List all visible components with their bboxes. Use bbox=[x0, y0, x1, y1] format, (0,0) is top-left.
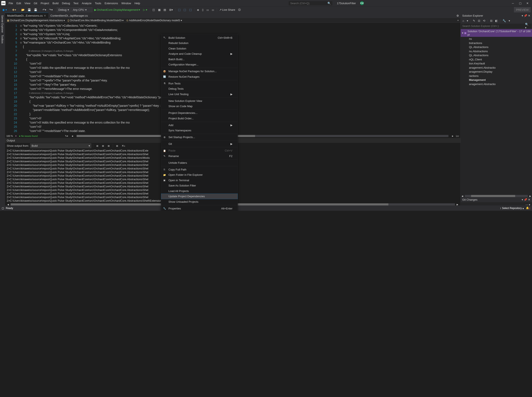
menu-analyze[interactable]: Analyze bbox=[80, 1, 93, 6]
ctx-git[interactable]: Git▶ bbox=[161, 141, 238, 147]
back-button[interactable]: ◉ ▾ bbox=[1, 8, 8, 12]
run-button[interactable]: ▶ OrchardCore.DisplayManagement ▾ bbox=[93, 8, 141, 12]
solution-tree[interactable]: ▾ ▣ Solution 'OrchardCore' ('17SolutionF… bbox=[461, 29, 532, 195]
ctx-save-as-solution-filter[interactable]: Save As Solution Filter bbox=[161, 183, 238, 188]
user-avatar[interactable]: KW bbox=[360, 1, 364, 5]
rail-server-explorer[interactable]: Server Explorer bbox=[1, 15, 4, 33]
menu-build[interactable]: Build bbox=[51, 1, 60, 6]
close-button[interactable]: ✕ bbox=[526, 1, 530, 5]
output-icon-1[interactable]: ≣ bbox=[95, 143, 99, 148]
se-icon-7[interactable]: ◧ bbox=[494, 19, 499, 23]
pen-icon[interactable]: ✎▾ bbox=[65, 135, 68, 137]
output-source-dropdown[interactable]: Build▾ bbox=[30, 143, 91, 148]
menu-help[interactable]: Help bbox=[133, 1, 142, 6]
breadcrumb-add-icon[interactable]: + bbox=[456, 19, 460, 22]
ctx-build-solution[interactable]: ⛏Build SolutionCtrl+Shift+B bbox=[161, 35, 238, 41]
menu-test[interactable]: Test bbox=[72, 1, 80, 6]
new-project-icon[interactable]: 🞣▾ bbox=[11, 8, 17, 12]
tree-item-3[interactable]: nu.Abstractions bbox=[461, 49, 532, 53]
ctx-open-folder-in-file-explorer[interactable]: 📁Open Folder in File Explorer bbox=[161, 172, 238, 178]
tb-icon-10[interactable]: ⚏ bbox=[205, 8, 210, 12]
open-icon[interactable]: 📂 bbox=[20, 8, 26, 12]
tab-0[interactable]: ModelStateDi...Extensions.cs✕ bbox=[5, 13, 49, 19]
bell-icon[interactable]: 🔔2 bbox=[526, 206, 530, 210]
ctx-set-startup-projects-[interactable]: ⚙Set Startup Projects... bbox=[161, 135, 238, 140]
tab-settings-icon[interactable]: ⚙ bbox=[455, 14, 461, 17]
tree-item-0[interactable]: ns bbox=[461, 37, 532, 41]
save-icon[interactable]: 💾 bbox=[26, 8, 32, 12]
tree-item-10[interactable]: Management bbox=[461, 78, 532, 82]
panel-close-icon[interactable]: ✕ bbox=[528, 14, 530, 17]
ctx-show-on-code-map[interactable]: Show on Code Map bbox=[161, 104, 238, 109]
undo-icon[interactable]: ↶▾ bbox=[42, 8, 47, 12]
tb-icon-1[interactable]: ◫ bbox=[151, 8, 156, 12]
platform-dropdown[interactable]: Any CPU▾ bbox=[71, 7, 92, 12]
ctx-copy-full-path[interactable]: ⎘Copy Full Path bbox=[161, 167, 238, 172]
ctx-batch-build-[interactable]: Batch Build... bbox=[161, 57, 238, 62]
git-close-icon[interactable]: ✕ bbox=[528, 198, 530, 201]
config-dropdown[interactable]: Debug▾ bbox=[57, 7, 71, 12]
tab-1[interactable]: ContentItemDi...layManager.cs bbox=[49, 13, 90, 19]
ctx-load-all-projects[interactable]: Load All Projects bbox=[161, 188, 238, 194]
panel-dropdown-icon[interactable]: ▾ bbox=[522, 14, 523, 17]
zoom-level[interactable]: 100 % bbox=[6, 135, 13, 137]
tb-icon-7[interactable]: ⬚ bbox=[188, 8, 193, 12]
tree-item-1[interactable]: bstractions bbox=[461, 41, 532, 45]
tb-icon-8[interactable]: ◈ bbox=[196, 8, 200, 12]
se-icon-6[interactable]: ⊟ bbox=[489, 19, 494, 23]
tree-item-4[interactable]: QL.Abstractions bbox=[461, 53, 532, 57]
se-icon-8[interactable]: ▾ bbox=[508, 19, 511, 23]
tab-close-icon[interactable]: ✕ bbox=[44, 14, 46, 18]
breadcrumb-item-1[interactable]: {}OrchardCore.Mvc.ModelBinding.ModelStat… bbox=[67, 19, 125, 22]
menu-project[interactable]: Project bbox=[39, 1, 50, 6]
rail-toolbox[interactable]: Toolbox bbox=[1, 35, 4, 43]
ctx-restore-nuget-packages[interactable]: 🔄Restore NuGet Packages bbox=[161, 74, 238, 80]
git-pin-icon[interactable]: 📌 bbox=[524, 198, 527, 201]
tree-item-7[interactable]: anagement.Abstractio bbox=[461, 66, 532, 70]
ctx-rename[interactable]: ✎RenameF2 bbox=[161, 154, 238, 159]
menu-window[interactable]: Window bbox=[120, 1, 133, 6]
ctx-live-unit-testing[interactable]: Live Unit Testing▶ bbox=[161, 92, 238, 97]
lightbulb-icon[interactable]: ✦ bbox=[15, 135, 17, 137]
menu-extensions[interactable]: Extensions bbox=[103, 1, 120, 6]
ctx-run-tests[interactable]: ⚗Run Tests bbox=[161, 81, 238, 86]
preview-button[interactable]: PREVIEW bbox=[514, 7, 531, 13]
menu-edit[interactable]: Edit bbox=[15, 1, 23, 6]
ctx-project-build-order-[interactable]: Project Build Order... bbox=[161, 116, 238, 121]
ctx-sync-namespaces[interactable]: Sync Namespaces bbox=[161, 128, 238, 133]
ctx-add[interactable]: Add▶ bbox=[161, 123, 238, 128]
select-repo[interactable]: Select Repository bbox=[502, 207, 522, 210]
tb-icon-11[interactable]: ⚏ bbox=[211, 8, 215, 12]
ctx-analyze-and-code-cleanup[interactable]: Analyze and Code Cleanup▶ bbox=[161, 51, 238, 57]
tb-icon-2[interactable]: ▦ bbox=[157, 8, 162, 12]
output-icon-5[interactable]: ✕₀ bbox=[121, 143, 126, 148]
live-share-button[interactable]: ↗ Live Share bbox=[218, 8, 236, 12]
se-icon-5[interactable]: ⟲ bbox=[482, 19, 486, 23]
source-control-icon[interactable]: ↕ bbox=[500, 207, 501, 210]
search-input[interactable] bbox=[290, 1, 327, 5]
tb-icon-5[interactable]: ⬚ bbox=[177, 8, 182, 12]
ctx-manage-nuget-packages-for-solution-[interactable]: 📦Manage NuGet Packages for Solution... bbox=[161, 69, 238, 74]
ctx-rebuild-solution[interactable]: Rebuild Solution bbox=[161, 40, 238, 46]
menu-debug[interactable]: Debug bbox=[60, 1, 71, 6]
ctx-update-project-dependencies[interactable]: Update Project Dependencies bbox=[161, 194, 238, 199]
tree-hscroll[interactable] bbox=[465, 195, 528, 197]
ctx-configuration-manager-[interactable]: Configuration Manager... bbox=[161, 62, 238, 67]
git-dropdown-icon[interactable]: ▾ bbox=[522, 198, 523, 201]
tree-item-6[interactable]: tion.KeyVault bbox=[461, 62, 532, 66]
breadcrumb-item-0[interactable]: ▦OrchardCore.DisplayManagement.Abstracti… bbox=[6, 19, 66, 22]
se-icon-2[interactable]: ▾ bbox=[466, 19, 469, 23]
maximize-button[interactable]: ▢ bbox=[518, 1, 522, 5]
ctx-show-unloaded-projects[interactable]: Show Unloaded Projects bbox=[161, 199, 238, 205]
redo-icon[interactable]: ↷▾ bbox=[48, 8, 54, 12]
breadcrumb-item-2[interactable]: ⊙AddModelError(ModelStateDictionary mode… bbox=[125, 19, 183, 22]
ctx-new-solution-explorer-view[interactable]: New Solution Explorer View bbox=[161, 98, 238, 104]
tree-item-9[interactable]: ractions bbox=[461, 74, 532, 78]
menu-tools[interactable]: Tools bbox=[93, 1, 103, 6]
ctx-open-in-terminal[interactable]: ▣Open in Terminal bbox=[161, 178, 238, 183]
menu-git[interactable]: Git bbox=[32, 1, 39, 6]
se-icon-4[interactable]: ⊡ bbox=[477, 19, 481, 23]
se-icon-3[interactable]: ✎ bbox=[472, 19, 476, 23]
ctx-debug-tests[interactable]: Debug Tests bbox=[161, 86, 238, 92]
status-output-icon[interactable]: ▢ bbox=[2, 207, 4, 210]
